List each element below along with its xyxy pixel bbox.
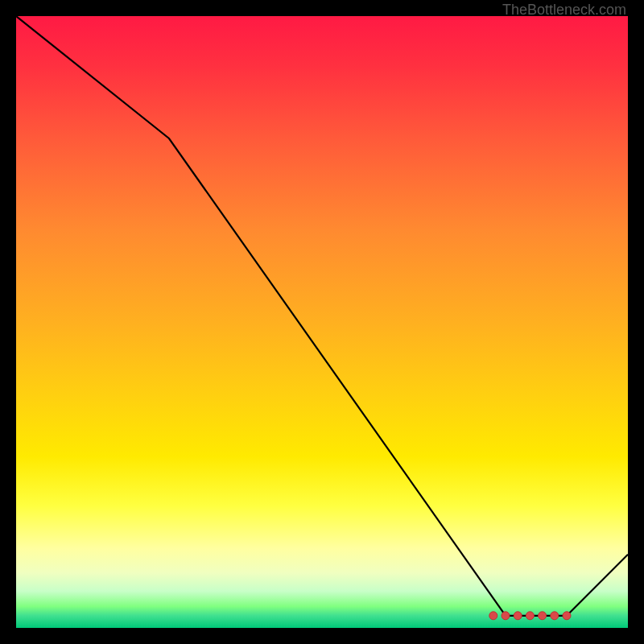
chart-container: TheBottleneck.com: [0, 0, 644, 644]
chart-gradient-background: [16, 16, 628, 628]
watermark-text: TheBottleneck.com: [502, 2, 626, 19]
